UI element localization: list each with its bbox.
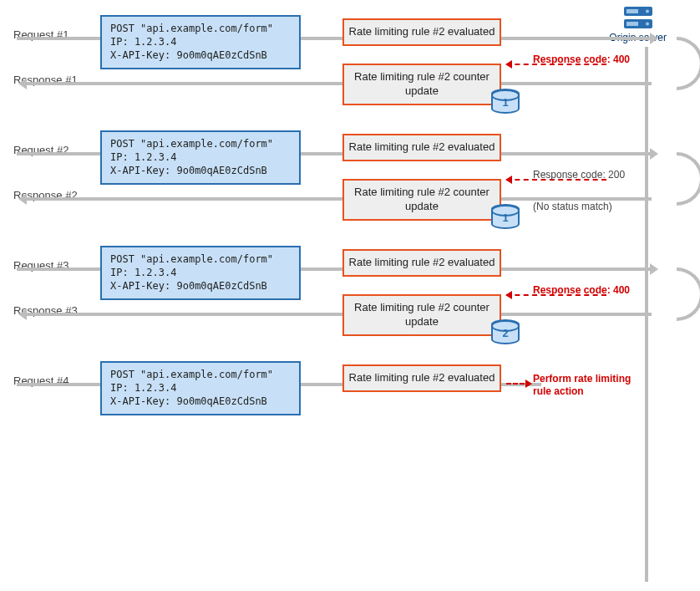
svg-point-4 (646, 10, 649, 13)
rule-eval-2: Rate limiting rule #2 evaluated (342, 134, 501, 161)
request-4-row: Request #4 POST "api.example.com/form" I… (25, 363, 675, 405)
packet-2: POST "api.example.com/form" IP: 1.2.3.4 … (100, 130, 301, 185)
response-1-line (25, 82, 652, 85)
counter-db-3: 2 (491, 319, 520, 344)
status-note-3: Response code: 400 (533, 284, 630, 297)
server-loop-2 (677, 152, 700, 206)
packet-4: POST "api.example.com/form" IP: 1.2.3.4 … (100, 361, 301, 415)
action-note: Perform rate limiting rule action (533, 373, 633, 398)
rule-eval-4: Rate limiting rule #2 evaluated (342, 364, 501, 392)
counter-db-2: 1 (491, 204, 520, 229)
request-3-row: Request #3 POST "api.example.com/form" I… (25, 247, 675, 289)
rule-update-2: Rate limiting rule #2 counter update (342, 179, 501, 221)
database-icon: 1 (491, 89, 520, 114)
status-note-2: Response code: 200 (533, 169, 625, 181)
request-2-row: Request #2 POST "api.example.com/form" I… (25, 132, 675, 174)
request-1-row: Request #1 POST "api.example.com/form" I… (25, 17, 675, 59)
svg-rect-2 (626, 9, 638, 13)
packet-1: POST "api.example.com/form" IP: 1.2.3.4 … (100, 15, 301, 69)
status-note-1: Response code: 400 (533, 53, 630, 66)
database-icon: 2 (491, 319, 520, 344)
nomatch-note-2: (No status match) (533, 201, 612, 213)
database-icon: 1 (491, 204, 520, 229)
server-loop-1 (677, 37, 700, 90)
rule-update-3: Rate limiting rule #2 counter update (342, 294, 501, 336)
rule-eval-1: Rate limiting rule #2 evaluated (342, 18, 501, 46)
server-loop-3 (677, 267, 700, 321)
counter-db-1: 1 (491, 89, 520, 114)
rule-update-1: Rate limiting rule #2 counter update (342, 64, 501, 105)
response-3-line (25, 313, 652, 316)
action-arrow (506, 383, 531, 385)
rule-eval-3: Rate limiting rule #2 evaluated (342, 249, 501, 277)
packet-3: POST "api.example.com/form" IP: 1.2.3.4 … (100, 246, 301, 300)
